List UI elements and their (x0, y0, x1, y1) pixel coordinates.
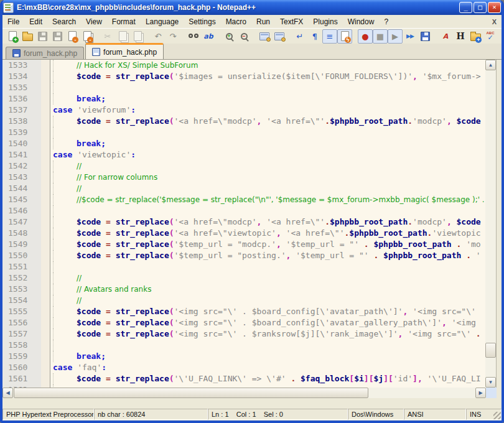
resize-grip[interactable] (493, 412, 501, 419)
line-number[interactable]: 1555 (2, 306, 41, 317)
save-all-button[interactable] (50, 29, 65, 44)
zoom-out-button[interactable]: − (236, 29, 251, 44)
view-in-html-button[interactable]: H (453, 29, 468, 44)
textfx-tool-button[interactable]: A (438, 29, 453, 44)
code-text[interactable]: // For narrow columns (50, 172, 486, 183)
line-number[interactable]: 1552 (2, 272, 41, 284)
undo-button[interactable]: ↶ (151, 29, 166, 44)
bookmark-margin[interactable] (41, 351, 50, 362)
function-completion-button[interactable]: ϟ (337, 29, 352, 44)
tab-1-forum-hack-php[interactable]: forum_hack.php (6, 47, 84, 59)
macro-run-multiple-button[interactable]: ▶▶ (403, 29, 418, 44)
bookmark-margin[interactable] (41, 160, 50, 172)
code-text[interactable]: $code = str_replace('<a href=\"modcp', '… (50, 116, 486, 127)
copy-button[interactable] (115, 29, 130, 44)
open-containing-folder-button[interactable]: + (468, 29, 483, 44)
line-number[interactable]: 1539 (2, 127, 41, 138)
code-text[interactable]: $code = str_replace('\'U_FAQ_LINK\' => \… (50, 373, 486, 384)
code-text[interactable]: $code = str_replace('<a href=\"viewtopic… (50, 228, 486, 239)
code-text[interactable]: // Avatars and ranks (50, 284, 486, 295)
code-text[interactable] (50, 261, 486, 272)
bookmark-margin[interactable] (41, 116, 50, 127)
menu-plugins[interactable]: Plugins (308, 16, 342, 27)
bookmark-margin[interactable] (41, 239, 50, 250)
line-number[interactable]: 1534 (2, 71, 41, 82)
cut-button[interactable]: ✂ (100, 29, 115, 44)
code-text[interactable]: $code = str_replace('<img src="\' . $ran… (50, 328, 486, 340)
redo-button[interactable]: ↷ (166, 29, 180, 44)
new-file-button[interactable]: + (5, 29, 20, 44)
line-number[interactable]: 1559 (2, 351, 41, 362)
vertical-scrollbar-thumb[interactable] (485, 343, 496, 358)
menu-format[interactable]: Format (107, 16, 141, 27)
bookmark-margin[interactable] (41, 216, 50, 228)
line-number[interactable]: 1561 (2, 373, 41, 384)
line-number[interactable]: 1551 (2, 261, 41, 272)
app-icon[interactable] (3, 2, 14, 13)
macro-stop-button[interactable]: ■ (373, 29, 388, 44)
line-number[interactable]: 1547 (2, 216, 41, 228)
bookmark-margin[interactable] (41, 284, 50, 295)
bookmark-margin[interactable] (41, 60, 50, 71)
code-text[interactable]: case 'viewforum': (50, 105, 486, 116)
menu-settings[interactable]: Settings (184, 16, 220, 27)
code-text[interactable]: $code = str_replace('<img src="\' . $boa… (50, 306, 486, 317)
menu-file[interactable]: File (2, 16, 24, 27)
code-text[interactable]: $code = str_replace('$temp_url = "modcp.… (50, 239, 486, 250)
code-text[interactable]: break; (50, 351, 486, 362)
save-file-button[interactable] (35, 29, 50, 44)
code-text[interactable]: case 'viewtopic': (50, 149, 486, 160)
bookmark-margin[interactable] (41, 295, 50, 306)
bookmark-margin[interactable] (41, 71, 50, 82)
bookmark-margin[interactable] (41, 228, 50, 239)
show-all-characters-button[interactable]: ¶ (307, 29, 322, 44)
bookmark-margin[interactable] (41, 205, 50, 216)
code-text[interactable]: break; (50, 138, 486, 149)
line-number[interactable]: 1550 (2, 250, 41, 261)
code-text[interactable]: // (50, 183, 486, 194)
line-number[interactable]: 1556 (2, 317, 41, 328)
line-number[interactable]: 1535 (2, 82, 41, 93)
code-text[interactable]: $code = str_replace('<a href=\"modcp', '… (50, 216, 486, 228)
line-number[interactable]: 1553 (2, 284, 41, 295)
line-number[interactable]: 1540 (2, 138, 41, 149)
close-all-button[interactable]: - (80, 29, 95, 44)
line-number[interactable]: 1543 (2, 172, 41, 183)
sync-vertical-scroll-button[interactable] (257, 29, 272, 44)
horizontal-scrollbar[interactable]: ◀ ▶ (2, 388, 486, 398)
bookmark-margin[interactable] (41, 250, 50, 261)
word-wrap-button[interactable]: ↵ (292, 29, 307, 44)
bookmark-margin[interactable] (41, 317, 50, 328)
bookmark-margin[interactable] (41, 105, 50, 116)
bookmark-margin[interactable] (41, 261, 50, 272)
minimize-button[interactable]: _ (459, 2, 472, 13)
spell-check-button[interactable]: ABC✓ (483, 29, 498, 44)
code-text[interactable]: // Hack for XS/ Simple SubForum (50, 60, 486, 71)
line-number[interactable]: 1546 (2, 205, 41, 216)
close-button[interactable]: × (488, 2, 501, 13)
code-text[interactable]: $code = str_replace('<img src="\' . $boa… (50, 317, 486, 328)
bookmark-margin[interactable] (41, 172, 50, 183)
menu-search[interactable]: Search (47, 16, 81, 27)
line-number[interactable]: 1554 (2, 295, 41, 306)
line-number[interactable]: 1560 (2, 362, 41, 373)
line-number[interactable]: 1545 (2, 194, 41, 205)
code-text[interactable] (50, 82, 486, 93)
scroll-up-button[interactable]: ▲ (485, 60, 496, 70)
bookmark-margin[interactable] (41, 127, 50, 138)
bookmark-margin[interactable] (41, 194, 50, 205)
macro-save-button[interactable] (418, 29, 432, 44)
paste-button[interactable] (130, 29, 145, 44)
menu-help[interactable]: ? (379, 16, 393, 27)
bookmark-margin[interactable] (41, 272, 50, 284)
bookmark-margin[interactable] (41, 93, 50, 105)
line-number[interactable]: 1541 (2, 149, 41, 160)
line-number[interactable]: 1542 (2, 160, 41, 172)
bookmark-margin[interactable] (41, 138, 50, 149)
line-number[interactable]: 1533 (2, 60, 41, 71)
scroll-right-button[interactable]: ▶ (475, 388, 486, 398)
line-number[interactable]: 1557 (2, 328, 41, 340)
menu-view[interactable]: View (81, 16, 107, 27)
bookmark-margin[interactable] (41, 149, 50, 160)
line-number[interactable]: 1537 (2, 105, 41, 116)
